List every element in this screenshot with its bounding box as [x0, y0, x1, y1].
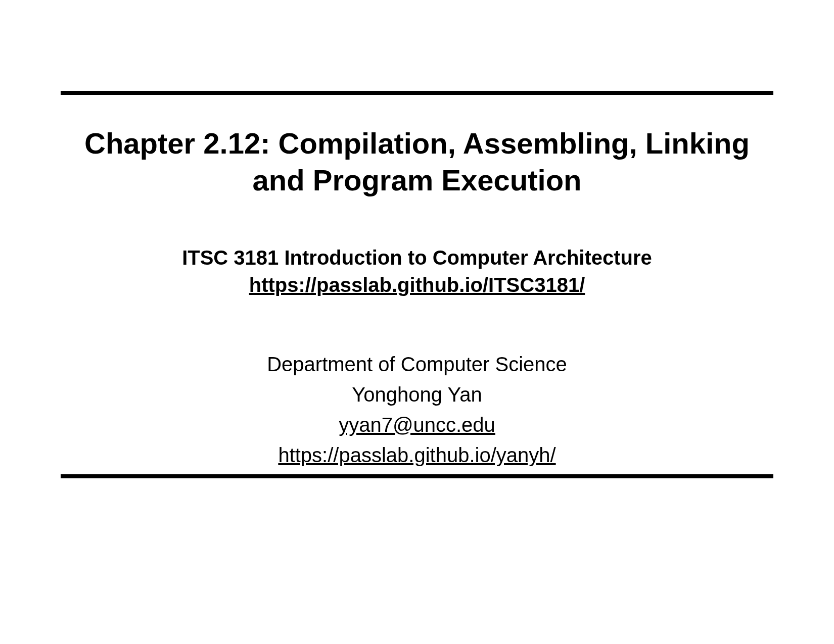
course-block: ITSC 3181 Introduction to Computer Archi… [61, 244, 773, 299]
bottom-divider [61, 474, 773, 478]
top-divider [61, 91, 773, 95]
slide-container: Chapter 2.12: Compilation, Assembling, L… [0, 0, 834, 644]
top-spacer [61, 0, 773, 91]
department-text: Department of Computer Science [61, 349, 773, 379]
course-url-link[interactable]: https://passlab.github.io/ITSC3181/ [61, 271, 773, 299]
info-block: Department of Computer Science Yonghong … [61, 349, 773, 470]
author-name: Yonghong Yan [61, 379, 773, 410]
author-homepage-link[interactable]: https://passlab.github.io/yanyh/ [61, 440, 773, 470]
author-email-link[interactable]: yyan7@uncc.edu [61, 410, 773, 440]
slide-title: Chapter 2.12: Compilation, Assembling, L… [61, 125, 773, 199]
course-name: ITSC 3181 Introduction to Computer Archi… [61, 244, 773, 271]
